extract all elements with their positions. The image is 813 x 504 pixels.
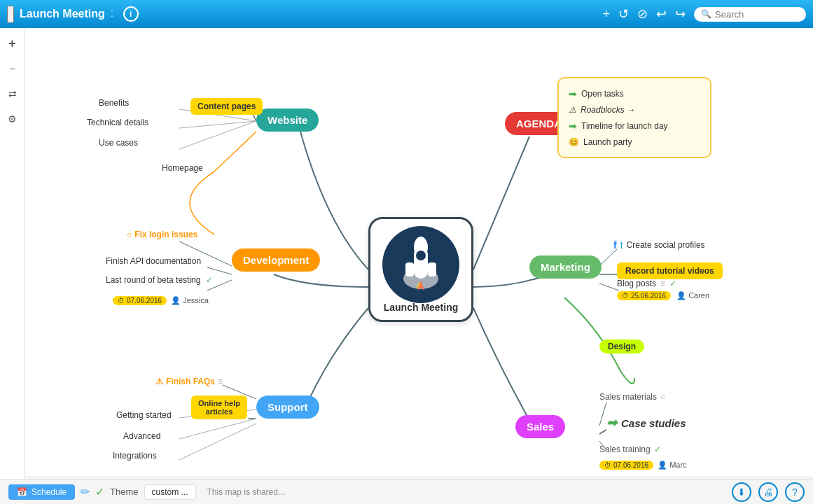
svg-line-4 [214, 132, 256, 172]
arrow-icon: ➡ [569, 88, 577, 99]
case-studies-box: ➡ Case studies [606, 415, 686, 430]
zoom-in-button[interactable]: + [3, 34, 22, 53]
blog-posts-line: Blog posts ≡ ✓ [617, 279, 709, 288]
theme-label: Theme [110, 486, 138, 497]
loop-button[interactable]: ↺ [618, 6, 629, 22]
facebook-icon: f [613, 239, 617, 251]
calendar-icon: 📅 [17, 487, 27, 497]
svg-line-12 [599, 249, 617, 266]
list-icon-2: ≡ [660, 279, 665, 288]
agenda-box: ➡ Open tasks ⚠ Roadblocks → ➡ Timeline f… [557, 77, 711, 158]
sales-date-area: ⏱ 07.06.2016 👤 Marc [599, 461, 687, 470]
download-button[interactable]: ⬇ [732, 482, 751, 502]
technical-details-item: Technical details [87, 118, 148, 127]
bottom-bar: 📅 Schedule ✏ ✓ Theme custom ... This map… [0, 479, 813, 504]
agenda-item-4: 😊 Launch party [569, 134, 700, 150]
record-tutorial-box[interactable]: Record tutorial videos [617, 262, 723, 279]
benefits-item: Benefits [99, 98, 129, 108]
confirm-icon[interactable]: ✓ [95, 485, 104, 498]
agenda-item-2: ⚠ Roadblocks → [569, 102, 700, 118]
warning-icon: ⚠ [569, 105, 576, 115]
integrations-item: Integrations [113, 451, 157, 461]
svg-rect-23 [405, 262, 414, 276]
search-input[interactable] [715, 9, 799, 20]
shared-status: This map is shared... [207, 487, 285, 497]
add-button[interactable]: + [602, 7, 610, 22]
website-node[interactable]: Website [256, 108, 319, 132]
check-icon-3: ✓ [654, 444, 661, 454]
app-title: Launch Meeting [20, 8, 105, 20]
title-dropdown-icon[interactable]: ⁚ [111, 9, 113, 19]
marketing-node[interactable]: Marketing [529, 255, 602, 279]
zoom-out-button[interactable]: − [3, 59, 22, 78]
swap-button[interactable]: ⇄ [3, 84, 22, 104]
undo-button[interactable]: ↩ [656, 6, 667, 22]
dev-person: 👤 Jessica [171, 296, 209, 305]
redo-button[interactable]: ↪ [675, 6, 686, 22]
agenda-item-1: ➡ Open tasks [569, 85, 700, 102]
check-mark: ✓ [206, 275, 213, 285]
svg-point-25 [416, 251, 426, 260]
blog-posts-area: Blog posts ≡ ✓ ⏱ 25.06.2016 👤 Caren [617, 279, 709, 300]
back-button[interactable]: ‹ [7, 6, 14, 23]
svg-line-15 [599, 402, 606, 426]
twitter-icon: t [620, 239, 623, 251]
svg-rect-24 [428, 262, 436, 276]
use-cases-item: Use cases [99, 138, 138, 148]
online-help-box[interactable]: Online help articles [191, 396, 247, 419]
arrow-icon-3: ➡ [606, 415, 617, 430]
homepage-item: Homepage [162, 163, 203, 173]
sales-materials-item: Sales materials ○ [599, 392, 665, 402]
warning-icon-2: ⚠ [155, 377, 163, 386]
content-pages-box[interactable]: Content pages [190, 98, 263, 115]
circle-icon-2: ○ [660, 392, 665, 402]
print-button[interactable]: 🖨 [758, 482, 778, 502]
edit-icon[interactable]: ✏ [81, 485, 90, 498]
marketing-date-area: ⏱ 25.06.2016 👤 Caren [617, 291, 709, 300]
schedule-button[interactable]: 📅 Schedule [8, 484, 75, 500]
help-button[interactable]: ? [785, 482, 805, 502]
header-actions: + ↺ ⊘ ↩ ↪ 🔍 [602, 6, 806, 22]
svg-line-14 [599, 284, 619, 290]
search-box[interactable]: 🔍 [694, 7, 806, 22]
bottom-right-icons: ⬇ 🖨 ? [732, 482, 805, 502]
svg-line-10 [179, 419, 256, 439]
canvas: Launch Meeting Website AGENDA Developmen… [25, 28, 813, 476]
finish-api-item: Finish API documentation [106, 256, 201, 266]
left-toolbar: + − ⇄ ⚙ [0, 28, 25, 504]
sales-node[interactable]: Sales [515, 415, 565, 438]
info-button[interactable]: i [123, 6, 139, 22]
sales-person: 👤 Marc [658, 461, 687, 470]
sales-date-badge: ⏱ 07.06.2016 [599, 461, 653, 470]
dev-date-area: ⏱ 07.06.2016 👤 Jessica [113, 296, 209, 305]
central-node-label: Launch Meeting [384, 302, 459, 313]
finish-faqs-item: ⚠ Finish FAQs ≡ [155, 377, 223, 386]
marketing-person: 👤 Caren [676, 291, 709, 300]
list-icon: ≡ [218, 377, 223, 386]
central-node: Launch Meeting [368, 217, 473, 322]
search-icon: 🔍 [701, 9, 711, 19]
advanced-item: Advanced [123, 431, 160, 441]
support-node[interactable]: Support [256, 396, 319, 419]
settings-button[interactable]: ⚙ [3, 109, 22, 129]
arrow-icon-2: ➡ [569, 120, 577, 132]
svg-line-11 [179, 424, 256, 460]
social-profiles-item: f t Create social profiles [613, 239, 705, 251]
party-icon: 😊 [569, 137, 579, 147]
marketing-date-badge: ⏱ 25.06.2016 [617, 291, 671, 300]
agenda-item-3: ➡ Timeline for launch day [569, 118, 700, 134]
title-area: Launch Meeting ⁚ i [20, 6, 139, 22]
rocket-image [382, 226, 459, 303]
custom-button[interactable]: custom ... [144, 484, 196, 500]
ban-button[interactable]: ⊘ [637, 6, 648, 22]
check-icon-2: ✓ [669, 279, 676, 288]
beta-testing-item: Last round of beta testing ✓ [106, 275, 213, 285]
svg-line-6 [207, 267, 232, 274]
fix-login-item: ○ Fix login issues [127, 230, 197, 239]
svg-line-3 [179, 121, 256, 149]
getting-started-item: Getting started [116, 410, 172, 420]
development-node[interactable]: Development [232, 248, 320, 272]
dev-date-badge: ⏱ 07.06.2016 [113, 296, 167, 305]
design-label[interactable]: Design [599, 340, 644, 354]
svg-line-2 [179, 121, 256, 128]
